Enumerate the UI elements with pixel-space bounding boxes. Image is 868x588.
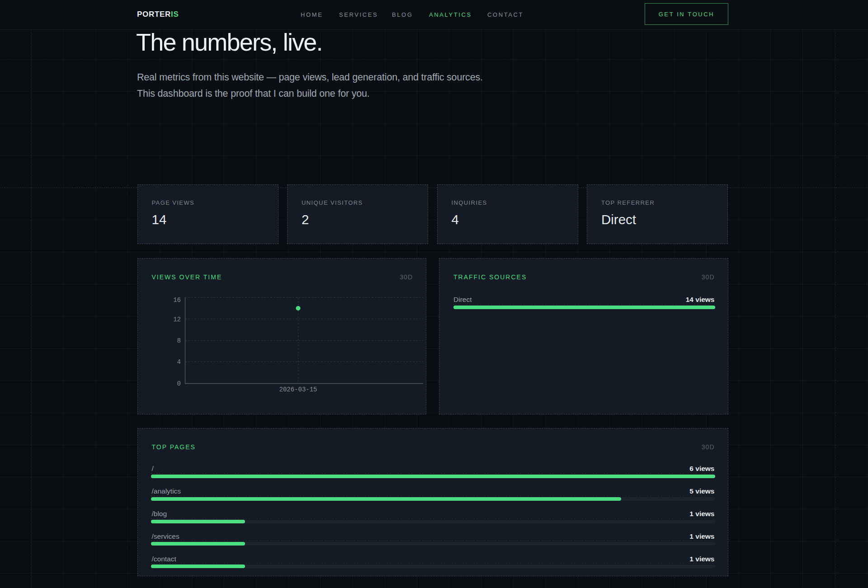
svg-text:12: 12 (173, 316, 181, 323)
svg-text:16: 16 (173, 296, 181, 304)
svg-text:0: 0 (177, 380, 180, 387)
svg-text:8: 8 (177, 337, 180, 344)
svg-text:2026-03-15: 2026-03-15 (279, 386, 317, 393)
svg-text:4: 4 (177, 358, 180, 366)
